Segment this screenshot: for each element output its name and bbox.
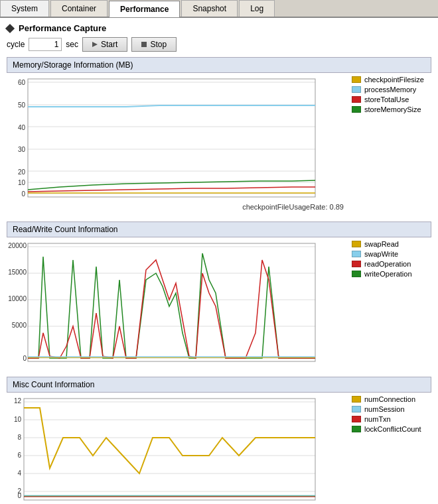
legend-label-numconn: numConnection xyxy=(364,395,415,403)
legend-label-swapread: swapRead xyxy=(364,240,399,248)
misc-legend: numConnection numSession numTxn lockConf… xyxy=(345,395,431,435)
legend-numtxn: numTxn xyxy=(352,415,431,423)
cycle-label: cycle xyxy=(7,40,25,49)
legend-label-storetotal: storeTotalUse xyxy=(364,95,409,103)
tab-system[interactable]: System xyxy=(0,0,49,17)
stop-label: Stop xyxy=(150,40,167,49)
checkpoint-info: checkpointFileUsageRate: 0.89 xyxy=(7,203,345,211)
legend-label-writeop: writeOperation xyxy=(364,270,412,278)
legend-numsession: numSession xyxy=(352,405,431,413)
tab-log[interactable]: Log xyxy=(239,0,275,17)
main-content: Performance Capture cycle sec Start Stop… xyxy=(0,18,438,504)
tab-performance[interactable]: Performance xyxy=(109,1,180,17)
svg-text:4: 4 xyxy=(17,470,21,477)
legend-label-numtxn: numTxn xyxy=(364,415,391,423)
legend-checkpoint: checkpointFilesize xyxy=(352,76,431,84)
stop-button[interactable]: Stop xyxy=(131,37,177,52)
legend-color-swapread xyxy=(352,241,361,247)
tab-bar: System Container Performance Snapshot Lo… xyxy=(0,0,438,18)
tab-container[interactable]: Container xyxy=(50,0,108,17)
misc-panel: Misc Count Information 12 10 8 6 4 2 0 xyxy=(7,377,431,501)
legend-color-checkpoint xyxy=(352,76,361,83)
readwrite-chart-svg: 20000 15000 10000 5000 0 xyxy=(7,240,319,366)
svg-text:50: 50 xyxy=(18,101,26,109)
memory-chart-svg: 60 50 40 30 20 10 0 xyxy=(7,76,319,202)
legend-swapread: swapRead xyxy=(352,240,431,248)
svg-text:8: 8 xyxy=(17,434,21,441)
svg-text:5000: 5000 xyxy=(12,322,27,329)
readwrite-chart-area: 20000 15000 10000 5000 0 xyxy=(7,240,345,366)
legend-label-readop: readOperation xyxy=(364,260,411,268)
svg-text:10: 10 xyxy=(14,416,22,423)
misc-chart-svg: 12 10 8 6 4 2 0 xyxy=(7,395,319,501)
legend-color-writeop xyxy=(352,271,361,277)
legend-lockconflict: lockConflictCount xyxy=(352,425,431,433)
svg-rect-40 xyxy=(24,399,315,500)
legend-color-processmem xyxy=(352,86,361,93)
legend-processmem: processMemory xyxy=(352,86,431,94)
legend-storetotal: storeTotalUse xyxy=(352,95,431,103)
diamond-icon xyxy=(5,23,15,32)
svg-text:12: 12 xyxy=(14,397,22,405)
legend-color-storetotal xyxy=(352,96,361,103)
svg-text:20: 20 xyxy=(18,168,26,176)
legend-writeop: writeOperation xyxy=(352,270,431,278)
legend-label-checkpoint: checkpointFilesize xyxy=(364,76,424,84)
legend-label-numsession: numSession xyxy=(364,405,405,413)
svg-text:40: 40 xyxy=(18,124,26,131)
svg-text:10000: 10000 xyxy=(8,295,27,302)
readwrite-panel-title: Read/Write Count Information xyxy=(7,221,431,237)
svg-text:0: 0 xyxy=(17,492,21,499)
legend-readop: readOperation xyxy=(352,260,431,268)
svg-text:0: 0 xyxy=(23,355,27,362)
legend-color-swapwrite xyxy=(352,251,361,257)
legend-color-lockconflict xyxy=(352,426,361,432)
legend-color-storememsize xyxy=(352,106,361,113)
play-icon xyxy=(92,42,98,47)
memory-chart-container: 60 50 40 30 20 10 0 xyxy=(7,76,431,211)
svg-text:10: 10 xyxy=(18,179,26,186)
svg-text:6: 6 xyxy=(17,452,21,459)
tab-snapshot[interactable]: Snapshot xyxy=(181,0,238,17)
readwrite-panel: Read/Write Count Information 20000 15000… xyxy=(7,221,431,366)
legend-swapwrite: swapWrite xyxy=(352,250,431,258)
svg-text:15000: 15000 xyxy=(8,269,27,276)
legend-color-numconn xyxy=(352,396,361,403)
legend-label-swapwrite: swapWrite xyxy=(364,250,398,258)
memory-panel-title: Memory/Storage Information (MB) xyxy=(7,57,431,73)
perf-capture-title: Performance Capture xyxy=(19,23,106,33)
memory-chart-area: 60 50 40 30 20 10 0 xyxy=(7,76,345,211)
readwrite-chart-container: 20000 15000 10000 5000 0 xyxy=(7,240,431,366)
legend-label-storememsize: storeMemorySize xyxy=(364,105,421,113)
cycle-input[interactable] xyxy=(29,38,62,51)
stop-icon xyxy=(141,42,147,47)
readwrite-legend: swapRead swapWrite readOperation writeOp… xyxy=(345,240,431,280)
svg-rect-14 xyxy=(28,79,315,197)
misc-panel-title: Misc Count Information xyxy=(7,377,431,393)
svg-text:60: 60 xyxy=(18,79,26,86)
legend-color-readop xyxy=(352,261,361,267)
start-label: Start xyxy=(101,40,117,49)
svg-text:20000: 20000 xyxy=(8,242,27,249)
misc-chart-container: 12 10 8 6 4 2 0 xyxy=(7,395,431,501)
legend-label-lockconflict: lockConflictCount xyxy=(364,425,421,433)
controls-row: cycle sec Start Stop xyxy=(7,37,431,52)
legend-storememsize: storeMemorySize xyxy=(352,105,431,113)
sec-label: sec xyxy=(66,40,78,49)
legend-numconn: numConnection xyxy=(352,395,431,403)
misc-chart-area: 12 10 8 6 4 2 0 xyxy=(7,395,345,501)
svg-text:0: 0 xyxy=(21,190,25,198)
legend-color-numsession xyxy=(352,406,361,412)
legend-label-processmem: processMemory xyxy=(364,86,416,94)
legend-color-numtxn xyxy=(352,416,361,422)
memory-legend: checkpointFilesize processMemory storeTo… xyxy=(345,76,431,115)
perf-capture-header: Performance Capture xyxy=(7,23,431,33)
svg-text:30: 30 xyxy=(18,146,26,153)
memory-panel: Memory/Storage Information (MB) 60 50 40… xyxy=(7,57,431,211)
start-button[interactable]: Start xyxy=(82,37,127,52)
